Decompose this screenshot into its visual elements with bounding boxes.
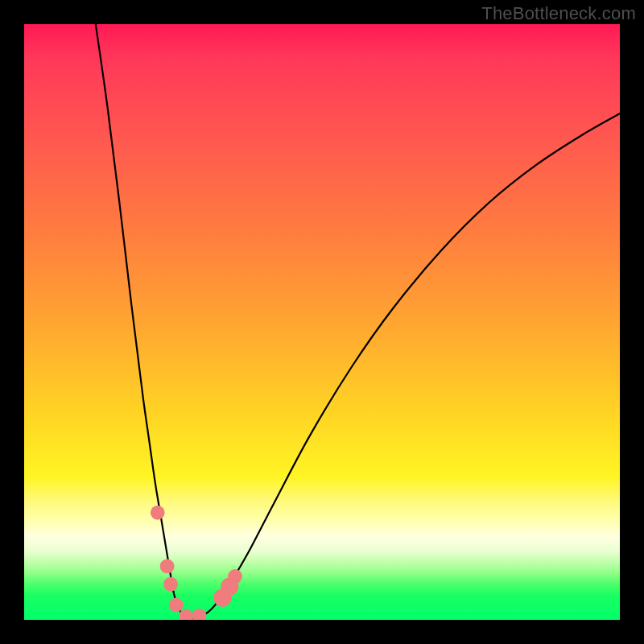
plot-area [24, 24, 620, 620]
watermark-label: TheBottleneck.com [481, 3, 636, 24]
data-point-p9 [228, 569, 242, 584]
data-point-p3 [163, 577, 178, 592]
data-point-p1 [151, 506, 165, 520]
data-points [151, 506, 242, 620]
data-point-p5 [179, 609, 193, 620]
bottleneck-curve [96, 24, 620, 619]
data-point-p6 [192, 609, 207, 620]
chart-container: TheBottleneck.com [0, 0, 644, 644]
curve-layer [24, 24, 620, 620]
data-point-p2 [160, 559, 175, 574]
data-point-p4 [169, 598, 184, 613]
